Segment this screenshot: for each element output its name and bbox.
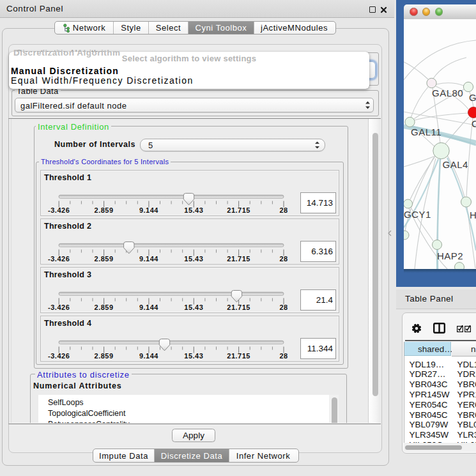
svg-text:HAP2: HAP2 [437, 250, 463, 261]
svg-text:15.43: 15.43 [184, 206, 203, 214]
svg-text:-3.426: -3.426 [48, 303, 70, 311]
svg-text:9.144: 9.144 [139, 255, 158, 263]
svg-text:9.144: 9.144 [139, 206, 158, 214]
svg-text:2.859: 2.859 [95, 303, 114, 311]
svg-text:-3.426: -3.426 [48, 206, 70, 214]
svg-text:28: 28 [279, 206, 288, 214]
svg-text:-3.426: -3.426 [48, 352, 70, 360]
svg-text:9.144: 9.144 [139, 352, 158, 360]
svg-text:21.715: 21.715 [227, 352, 250, 360]
svg-text:C: C [472, 118, 476, 129]
svg-text:GAL11: GAL11 [411, 127, 441, 137]
svg-text:15.43: 15.43 [184, 352, 203, 360]
svg-text:28: 28 [279, 352, 288, 360]
svg-text:15.43: 15.43 [184, 303, 203, 311]
svg-text:2.859: 2.859 [95, 255, 114, 263]
svg-text:GAL80: GAL80 [432, 88, 463, 98]
svg-text:21.715: 21.715 [227, 206, 250, 214]
svg-text:GA: GA [469, 92, 476, 103]
svg-text:H: H [470, 210, 476, 220]
svg-text:-3.426: -3.426 [48, 255, 70, 263]
svg-text:9.144: 9.144 [139, 303, 158, 311]
svg-text:2.859: 2.859 [95, 352, 114, 360]
svg-text:GCY1: GCY1 [404, 209, 431, 220]
svg-text:GAL4: GAL4 [443, 159, 468, 170]
svg-text:28: 28 [279, 255, 288, 263]
svg-text:21.715: 21.715 [227, 303, 250, 311]
svg-text:28: 28 [279, 303, 288, 311]
svg-text:21.715: 21.715 [227, 255, 250, 263]
svg-text:15.43: 15.43 [184, 255, 203, 263]
svg-text:2.859: 2.859 [95, 206, 114, 214]
